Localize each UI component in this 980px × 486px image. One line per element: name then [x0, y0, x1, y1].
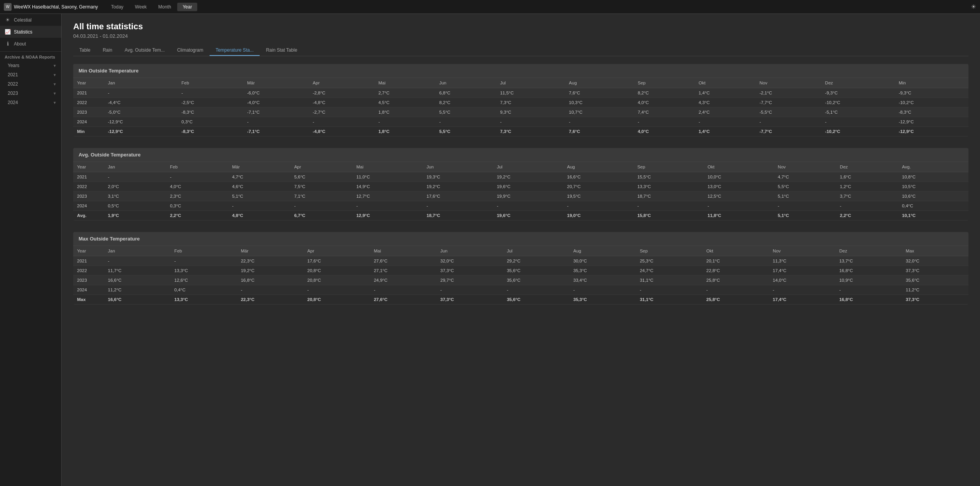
main-layout: ☀ Celestial 📈 Statistics ℹ About Archive…	[0, 14, 980, 486]
logo-icon: W	[4, 3, 12, 11]
table-row: 20222,0°C4,0°C4,6°C7,5°C14,9°C19,2°C19,6…	[73, 182, 968, 192]
sidebar-year-list: 2021 ▼ 2022 ▼ 2023 ▼ 2024 ▼	[0, 70, 61, 107]
years-chevron-icon: ▼	[53, 64, 57, 68]
table-row: 2024-12,9°C0,3°C-----------12,9°C	[73, 117, 968, 127]
col-dez: Dez	[821, 78, 895, 88]
sidebar-about-label: About	[14, 41, 26, 47]
table-row: 20233,1°C2,3°C5,1°C7,1°C12,7°C17,6°C19,9…	[73, 192, 968, 201]
sub-tab-avg-outside[interactable]: Avg. Outside Tem...	[118, 45, 171, 56]
sub-tab-rain-stat[interactable]: Rain Stat Table	[260, 45, 303, 56]
archive-section-label: Archive & NOAA Reports	[0, 51, 61, 61]
col-okt: Okt	[695, 78, 755, 88]
sub-tab-climatogram[interactable]: Climatogram	[171, 45, 210, 56]
col-nov: Nov	[755, 78, 821, 88]
sub-tab-table[interactable]: Table	[73, 45, 97, 56]
sub-tab-rain[interactable]: Rain	[97, 45, 119, 56]
about-icon: ℹ	[5, 41, 11, 47]
col-jan: Jan	[104, 78, 178, 88]
table-summary-row: Min-12,9°C-8,3°C-7,1°C-4,8°C1,8°C5,5°C7,…	[73, 127, 968, 136]
table-row: 2021---6,0°C-2,8°C2,7°C6,8°C11,5°C7,6°C8…	[73, 88, 968, 98]
table-row: 202211,7°C13,3°C19,2°C20,8°C27,1°C37,3°C…	[73, 266, 968, 276]
col-mai: Mai	[374, 78, 435, 88]
sidebar-item-celestial[interactable]: ☀ Celestial	[0, 14, 61, 26]
col-sep: Sep	[634, 78, 695, 88]
content-area: All time statistics 04.03.2021 - 01.02.2…	[62, 14, 980, 486]
sidebar: ☀ Celestial 📈 Statistics ℹ About Archive…	[0, 14, 62, 486]
page-date-range: 04.03.2021 - 01.02.2024	[73, 33, 968, 39]
col-avg: Avg.	[898, 162, 968, 172]
nav-tab-week[interactable]: Week	[129, 3, 152, 11]
table-row: 2021--4,7°C5,6°C11,0°C19,3°C19,2°C16,6°C…	[73, 172, 968, 182]
sidebar-years-toggle[interactable]: Years ▼	[0, 61, 61, 70]
sidebar-year-2022[interactable]: 2022 ▼	[0, 79, 61, 89]
sidebar-year-2024[interactable]: 2024 ▼	[0, 98, 61, 107]
nav-tab-today[interactable]: Today	[106, 3, 129, 11]
avg-temp-title: Avg. Outside Temperature	[73, 148, 968, 162]
max-temp-table: Year Jan Feb Mär Apr Mai Jun Jul Aug Sep…	[73, 246, 968, 304]
min-temp-header-row: Year Jan Feb Mär Apr Mai Jun Jul Aug Sep…	[73, 78, 968, 88]
avg-temp-section: Avg. Outside Temperature Year Jan Feb Mä…	[73, 148, 968, 220]
sub-tabs-bar: Table Rain Avg. Outside Tem... Climatogr…	[73, 45, 968, 56]
year-2024-chevron: ▼	[53, 101, 57, 105]
nav-tab-month[interactable]: Month	[153, 3, 176, 11]
sidebar-item-about[interactable]: ℹ About	[0, 38, 61, 50]
nav-tab-year[interactable]: Year	[177, 3, 197, 11]
col-feb: Feb	[178, 78, 243, 88]
sun-icon[interactable]: ☀	[971, 3, 976, 10]
sidebar-statistics-label: Statistics	[14, 29, 32, 35]
sidebar-item-statistics[interactable]: 📈 Statistics	[0, 26, 61, 38]
app-logo: W WeeWX Haselbachtal, Saxony, Germany	[4, 3, 98, 11]
celestial-icon: ☀	[5, 17, 11, 23]
sidebar-year-2023[interactable]: 2023 ▼	[0, 89, 61, 98]
avg-temp-header-row: Year Jan Feb Mär Apr Mai Jun Jul Aug Sep…	[73, 162, 968, 172]
app-title: WeeWX Haselbachtal, Saxony, Germany	[14, 4, 98, 10]
table-row: 202411,2°C0,4°C----------11,2°C	[73, 285, 968, 295]
avg-temp-table: Year Jan Feb Mär Apr Mai Jun Jul Aug Sep…	[73, 162, 968, 220]
min-temp-table: Year Jan Feb Mär Apr Mai Jun Jul Aug Sep…	[73, 78, 968, 136]
col-max: Max	[902, 246, 968, 256]
col-year: Year	[73, 78, 104, 88]
table-summary-row: Avg.1,9°C2,2°C4,8°C6,7°C12,9°C18,7°C19,6…	[73, 211, 968, 220]
col-mar: Mär	[243, 78, 309, 88]
col-year: Year	[73, 162, 104, 172]
main-nav: Today Week Month Year	[106, 3, 197, 11]
year-2021-chevron: ▼	[53, 73, 57, 77]
col-min: Min	[895, 78, 968, 88]
sidebar-celestial-label: Celestial	[14, 17, 32, 23]
table-row: 2022-4,4°C-2,5°C-4,0°C-4,8°C4,5°C8,2°C7,…	[73, 98, 968, 108]
max-temp-section: Max Outside Temperature Year Jan Feb Mär…	[73, 232, 968, 304]
max-temp-title: Max Outside Temperature	[73, 232, 968, 246]
table-row: 2023-5,0°C-8,3°C-7,1°C-2,7°C1,8°C5,5°C9,…	[73, 108, 968, 117]
min-temp-title: Min Outside Temperature	[73, 64, 968, 78]
year-2023-chevron: ▼	[53, 91, 57, 96]
max-temp-header-row: Year Jan Feb Mär Apr Mai Jun Jul Aug Sep…	[73, 246, 968, 256]
col-aug: Aug	[565, 78, 634, 88]
statistics-icon: 📈	[5, 29, 11, 35]
table-summary-row: Max16,6°C13,3°C22,3°C20,8°C27,6°C37,3°C3…	[73, 295, 968, 304]
col-jul: Jul	[496, 78, 565, 88]
col-jun: Jun	[435, 78, 496, 88]
page-title: All time statistics	[73, 22, 968, 32]
table-row: 20240,5°C0,3°C----------0,4°C	[73, 201, 968, 211]
year-2022-chevron: ▼	[53, 82, 57, 86]
table-row: 2021--22,3°C17,6°C27,6°C32,0°C29,2°C30,0…	[73, 256, 968, 266]
sidebar-year-2021[interactable]: 2021 ▼	[0, 70, 61, 79]
table-row: 202316,6°C12,6°C16,8°C20,8°C24,9°C29,7°C…	[73, 276, 968, 285]
col-year: Year	[73, 246, 104, 256]
min-temp-section: Min Outside Temperature Year Jan Feb Mär…	[73, 64, 968, 136]
col-apr: Apr	[309, 78, 374, 88]
sub-tab-temp-stats[interactable]: Temperature Sta...	[210, 45, 260, 56]
topbar: W WeeWX Haselbachtal, Saxony, Germany To…	[0, 0, 980, 14]
